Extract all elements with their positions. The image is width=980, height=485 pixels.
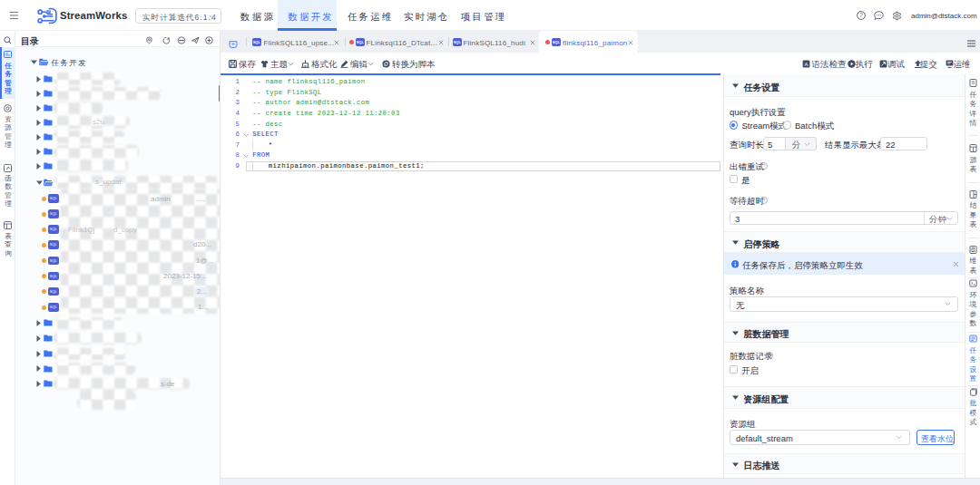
svg-text:?: ?: [769, 352, 771, 357]
svg-text:?: ?: [763, 162, 766, 168]
svg-text:?: ?: [763, 198, 766, 203]
svg-text:A: A: [804, 61, 808, 66]
svg-text:?: ?: [859, 12, 863, 18]
